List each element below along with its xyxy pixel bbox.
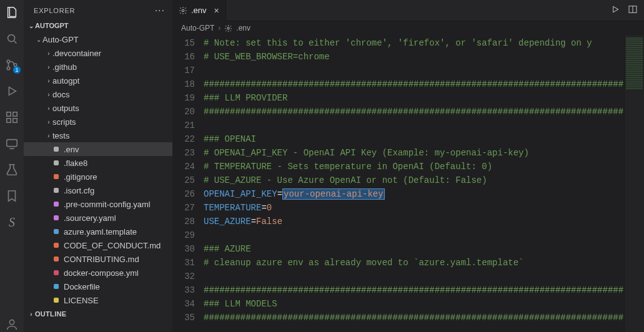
file-row[interactable]: docker-compose.yml [24, 266, 172, 280]
svg-rect-8 [7, 140, 17, 147]
file-icon [51, 185, 61, 195]
file-row[interactable]: LICENSE [24, 293, 172, 307]
svg-point-0 [8, 35, 15, 42]
scm-badge: 1 [13, 66, 21, 74]
chevron-down-icon: ⌄ [35, 36, 42, 43]
gear-icon [179, 6, 187, 15]
folder-row[interactable]: ›scripts [24, 115, 172, 129]
file-row[interactable]: .gitignore [24, 170, 172, 183]
code-content[interactable]: # Note: set this to either 'chrome', 'fi… [204, 35, 624, 332]
file-tree: ⌄ AUTOGPT ⌄ Auto-GPT ›.devcontainer›.git… [24, 19, 172, 332]
file-icon [51, 199, 61, 209]
activity-bar: 1 S [0, 0, 24, 332]
testing-icon[interactable] [4, 162, 19, 177]
chevron-right-icon: › [45, 64, 52, 71]
folder-row[interactable]: ›.devcontainer [24, 46, 172, 60]
remote-icon[interactable] [4, 136, 19, 151]
svg-point-10 [182, 9, 184, 12]
chevron-right-icon: › [45, 119, 52, 125]
file-row[interactable]: .isort.cfg [24, 183, 172, 197]
file-row[interactable]: .pre-commit-config.yaml [24, 197, 172, 211]
file-icon [51, 158, 61, 168]
file-row[interactable]: .flake8 [24, 156, 172, 170]
explorer-title: EXPLORER [34, 7, 75, 14]
chevron-right-icon: › [45, 105, 52, 112]
file-icon [51, 295, 61, 305]
run-icon[interactable] [610, 4, 620, 16]
code-editor[interactable]: 1516171819202122232425262728293031323334… [172, 35, 644, 332]
extensions-icon[interactable] [4, 110, 19, 125]
chevron-right-icon: › [218, 24, 220, 32]
file-icon [51, 227, 61, 237]
chevron-right-icon: › [27, 311, 35, 318]
chevron-down-icon: ⌄ [27, 22, 35, 29]
svg-point-2 [7, 67, 10, 70]
editor-tools [610, 4, 644, 16]
file-icon [51, 268, 61, 278]
breadcrumb-part: .env [236, 24, 250, 32]
file-icon [51, 172, 61, 182]
file-row[interactable]: CODE_OF_CONDUCT.md [24, 238, 172, 252]
run-debug-icon[interactable] [4, 84, 19, 99]
svg-point-12 [227, 27, 229, 29]
explorer-sidebar: EXPLORER ··· ⌄ AUTOGPT ⌄ Auto-GPT ›.devc… [24, 0, 172, 332]
chevron-right-icon: › [45, 50, 52, 57]
svg-rect-7 [13, 119, 17, 122]
breadcrumb[interactable]: Auto-GPT › .env [172, 21, 644, 35]
outline-section[interactable]: › OUTLINE [24, 307, 172, 321]
folder-row[interactable]: ›tests [24, 129, 172, 142]
svg-point-1 [7, 60, 10, 63]
file-row[interactable]: Dockerfile [24, 280, 172, 293]
svg-rect-5 [13, 112, 17, 116]
file-icon [51, 254, 61, 264]
outline-label: OUTLINE [35, 310, 66, 318]
workspace-root[interactable]: ⌄ AUTOGPT [24, 19, 172, 32]
file-icon [51, 240, 61, 250]
file-icon [51, 213, 61, 223]
folder-row[interactable]: ›outputs [24, 101, 172, 115]
file-row[interactable]: .sourcery.yaml [24, 211, 172, 225]
folder-row[interactable]: ›docs [24, 87, 172, 101]
explorer-more-icon[interactable]: ··· [155, 5, 165, 16]
explorer-header: EXPLORER ··· [24, 0, 172, 19]
file-icon [51, 144, 61, 154]
editor-area: .env × Auto-GPT › .env 15161718192021222… [172, 0, 644, 332]
folder-row[interactable]: ›autogpt [24, 74, 172, 87]
folder-row[interactable]: ⌄ Auto-GPT [24, 32, 172, 46]
tab-bar: .env × [172, 0, 644, 21]
chevron-right-icon: › [45, 77, 52, 84]
file-row[interactable]: .env [24, 142, 172, 156]
accounts-icon[interactable] [4, 317, 19, 332]
gear-icon [224, 24, 232, 32]
folder-row[interactable]: ›.github [24, 60, 172, 74]
chevron-right-icon: › [45, 132, 52, 139]
bookmark-icon[interactable] [4, 188, 19, 203]
svg-rect-4 [7, 112, 11, 116]
file-icon [51, 281, 61, 291]
split-editor-icon[interactable] [628, 4, 638, 16]
letter-s-icon[interactable]: S [4, 215, 19, 230]
breadcrumb-part: Auto-GPT [181, 24, 214, 32]
tab-label: .env [191, 6, 207, 15]
close-icon[interactable]: × [211, 6, 219, 16]
svg-rect-6 [7, 119, 11, 122]
line-gutter: 1516171819202122232425262728293031323334… [172, 35, 204, 332]
file-row[interactable]: azure.yaml.template [24, 225, 172, 238]
files-icon[interactable] [4, 5, 19, 20]
minimap[interactable] [624, 35, 644, 332]
tab-env[interactable]: .env × [172, 0, 226, 21]
chevron-right-icon: › [45, 91, 52, 98]
search-icon[interactable] [4, 31, 19, 46]
file-row[interactable]: CONTRIBUTING.md [24, 252, 172, 266]
svg-point-9 [9, 320, 14, 325]
source-control-icon[interactable]: 1 [4, 57, 19, 72]
